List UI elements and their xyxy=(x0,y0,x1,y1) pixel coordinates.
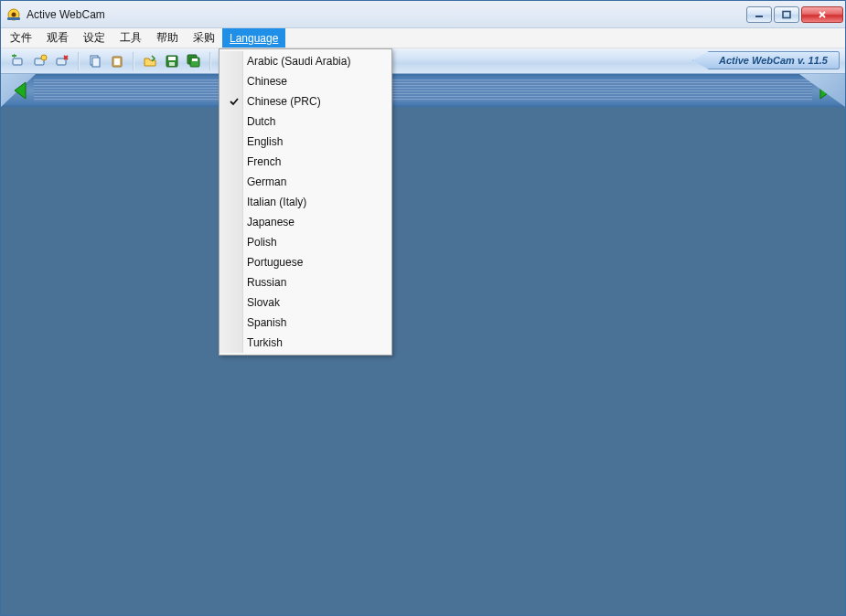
language-option-spanish[interactable]: Spanish xyxy=(221,313,390,333)
language-option-japanese[interactable]: Japanese xyxy=(221,212,390,232)
toolbar-separator xyxy=(133,52,134,70)
checkmark-icon xyxy=(228,95,241,108)
toolbar-separator xyxy=(209,52,211,70)
tool-paste-icon[interactable] xyxy=(107,51,127,71)
camera-viewport xyxy=(1,107,845,615)
camera-nav-strip xyxy=(1,74,845,107)
window-title: Active WebCam xyxy=(27,8,746,21)
menu-purchase[interactable]: 采购 xyxy=(186,28,222,48)
language-option-chinese[interactable]: Chinese xyxy=(221,71,390,91)
close-button[interactable] xyxy=(801,6,843,23)
language-option-russian[interactable]: Russian xyxy=(221,272,390,292)
toolbar: Active WebCam v. 11.5 xyxy=(1,48,845,74)
language-option-dutch[interactable]: Dutch xyxy=(221,112,390,132)
svg-rect-3 xyxy=(755,16,763,17)
tool-save-icon[interactable] xyxy=(162,51,182,71)
language-option-turkish[interactable]: Turkish xyxy=(221,333,390,353)
svg-rect-20 xyxy=(192,58,198,61)
language-option-portuguese[interactable]: Portuguese xyxy=(221,252,390,272)
language-dropdown: Arabic (Saudi Arabia) Chinese Chinese (P… xyxy=(219,48,392,356)
menu-file[interactable]: 文件 xyxy=(3,28,39,48)
prev-camera-button[interactable] xyxy=(6,77,34,104)
tool-new-camera-icon[interactable] xyxy=(8,51,28,71)
language-option-french[interactable]: French xyxy=(221,152,390,172)
tool-camera-settings-icon[interactable] xyxy=(30,51,50,71)
window-controls xyxy=(746,6,843,23)
svg-rect-7 xyxy=(14,54,15,58)
menubar: 文件 观看 设定 工具 帮助 采购 Language xyxy=(1,28,845,48)
language-option-polish[interactable]: Polish xyxy=(221,232,390,252)
tool-camera-delete-icon[interactable] xyxy=(52,51,72,71)
language-option-chinese-prc[interactable]: Chinese (PRC) xyxy=(221,91,390,112)
menu-help[interactable]: 帮助 xyxy=(149,28,186,48)
svg-rect-5 xyxy=(13,58,22,65)
language-option-slovak[interactable]: Slovak xyxy=(221,292,390,313)
svg-rect-2 xyxy=(7,17,20,20)
svg-point-9 xyxy=(41,55,47,60)
minimize-button[interactable] xyxy=(746,6,772,23)
version-badge: Active WebCam v. 11.5 xyxy=(692,51,840,69)
menu-view[interactable]: 观看 xyxy=(39,28,76,48)
titlebar: Active WebCam xyxy=(1,1,845,28)
menu-language[interactable]: Language xyxy=(222,28,285,48)
menu-settings[interactable]: 设定 xyxy=(76,28,112,48)
language-option-italian[interactable]: Italian (Italy) xyxy=(221,192,390,212)
app-icon xyxy=(6,7,21,22)
menu-tools[interactable]: 工具 xyxy=(112,28,149,48)
language-option-arabic[interactable]: Arabic (Saudi Arabia) xyxy=(221,51,390,71)
language-option-german[interactable]: German xyxy=(221,172,390,192)
svg-rect-4 xyxy=(783,11,790,17)
svg-point-1 xyxy=(12,12,16,16)
svg-rect-17 xyxy=(169,62,175,66)
tool-open-icon[interactable] xyxy=(140,51,160,71)
maximize-button[interactable] xyxy=(774,6,799,23)
svg-rect-14 xyxy=(114,58,120,65)
tool-copy-icon[interactable] xyxy=(85,51,105,71)
svg-rect-12 xyxy=(92,58,100,67)
svg-rect-16 xyxy=(168,57,176,60)
tool-save-all-icon[interactable] xyxy=(184,51,204,71)
app-window: Active WebCam 文件 观看 设定 工具 帮助 采购 Language xyxy=(0,0,846,616)
language-option-english[interactable]: English xyxy=(221,132,390,152)
toolbar-separator xyxy=(78,52,80,70)
